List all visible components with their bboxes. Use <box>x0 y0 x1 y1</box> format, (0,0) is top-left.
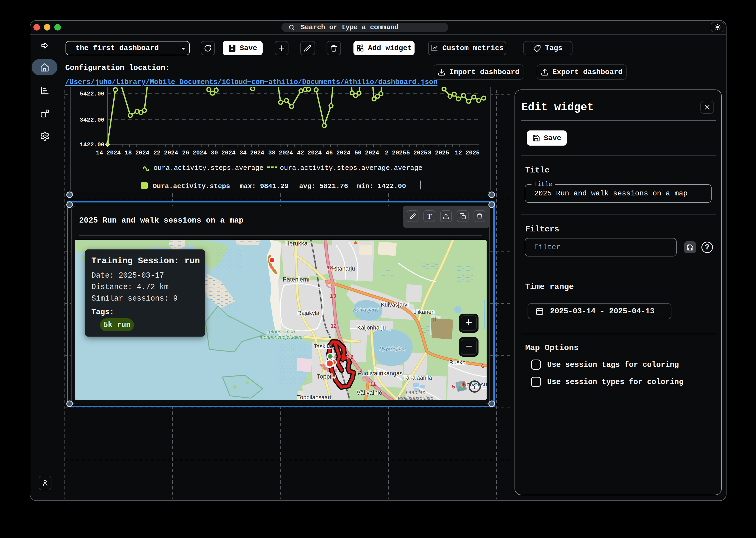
svg-text:46 2024: 46 2024 <box>326 149 351 156</box>
svg-text:8 2025: 8 2025 <box>428 149 449 156</box>
svg-text:11: 11 <box>370 381 376 387</box>
svg-text:12 2025: 12 2025 <box>455 149 480 156</box>
svg-text:oura.activity.steps.average.av: oura.activity.steps.average.average <box>280 164 422 172</box>
svg-text:min: 1422.00: min: 1422.00 <box>357 183 406 190</box>
svg-text:luonnonsuojelualue: luonnonsuojelualue <box>260 334 303 340</box>
svg-text:Ritaharju: Ritaharju <box>332 265 355 272</box>
svg-text:Kaijonharju: Kaijonharju <box>357 324 386 331</box>
svg-text:6: 6 <box>481 363 484 369</box>
svg-text:Liikanen: Liikanen <box>413 309 435 315</box>
svg-text:Herukka: Herukka <box>285 240 308 247</box>
svg-text:Taskila: Taskila <box>314 343 331 350</box>
svg-text:38 2024: 38 2024 <box>268 149 293 156</box>
svg-text:42 2024: 42 2024 <box>297 149 322 156</box>
svg-text:18 2024: 18 2024 <box>125 149 149 156</box>
svg-text:Toppila: Toppila <box>317 373 336 380</box>
svg-text:1422.00: 1422.00 <box>80 141 104 148</box>
svg-text:Rajakylä: Rajakylä <box>297 310 320 316</box>
svg-text:26 2024: 26 2024 <box>182 149 207 156</box>
svg-text:11: 11 <box>357 368 363 374</box>
svg-text:13: 13 <box>330 293 336 299</box>
svg-text:Pyykösjärvi: Pyykösjärvi <box>379 346 406 351</box>
svg-text:5 2025: 5 2025 <box>406 149 427 156</box>
svg-text:12: 12 <box>347 354 353 360</box>
svg-text:Kuivasjärvi: Kuivasjärvi <box>381 301 409 308</box>
svg-text:Oura.activity.steps: Oura.activity.steps <box>153 183 230 190</box>
svg-text:3422.00: 3422.00 <box>80 117 104 124</box>
svg-text:avg: 5821.76: avg: 5821.76 <box>299 183 348 190</box>
svg-text:Puolivälinkangas: Puolivälinkangas <box>358 370 403 377</box>
svg-text:Kuivasjärvi: Kuivasjärvi <box>353 307 378 313</box>
svg-text:13: 13 <box>327 264 333 270</box>
svg-text:5422.00: 5422.00 <box>80 90 104 97</box>
svg-text:Rusko: Rusko <box>449 359 465 365</box>
svg-text:teollisuuspuisto: teollisuuspuisto <box>398 395 434 400</box>
svg-text:2 2025: 2 2025 <box>385 149 406 156</box>
svg-text:Toppilansaari: Toppilansaari <box>297 394 331 400</box>
svg-text:12: 12 <box>330 323 336 329</box>
svg-text:Takalaanila: Takalaanila <box>403 374 432 381</box>
svg-text:Pateniemi: Pateniemi <box>283 276 309 283</box>
svg-text:Välivainio: Välivainio <box>357 389 382 396</box>
svg-text:Letonniemen: Letonniemen <box>266 329 295 334</box>
svg-text:14 2024: 14 2024 <box>96 149 121 156</box>
svg-text:50 2024: 50 2024 <box>355 149 379 156</box>
svg-text:22 2024: 22 2024 <box>153 149 178 156</box>
svg-text:oura.activity.steps.average: oura.activity.steps.average <box>153 164 263 172</box>
svg-text:30 2024: 30 2024 <box>211 149 236 156</box>
svg-text:max: 9841.29: max: 9841.29 <box>240 183 288 190</box>
svg-text:34 2024: 34 2024 <box>240 149 264 156</box>
